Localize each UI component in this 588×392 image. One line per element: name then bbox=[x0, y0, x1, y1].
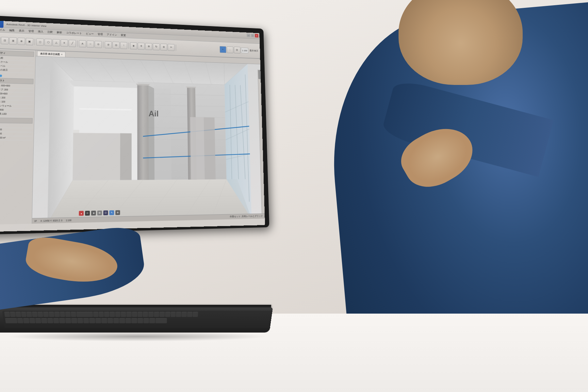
panel-dim-title: 寸法 bbox=[0, 118, 33, 123]
person-head bbox=[399, 0, 523, 85]
taskbar-icon-1[interactable]: ● bbox=[79, 211, 84, 216]
taskbar-icon-4[interactable]: ⊞ bbox=[97, 210, 102, 215]
viewport-tab-3d[interactable]: 表示用 表示立体図 × bbox=[37, 51, 65, 57]
menu-edit[interactable]: 編集 bbox=[8, 28, 16, 32]
viewport-3d[interactable]: Ail bbox=[32, 56, 265, 224]
tool-trim[interactable]: ✂ bbox=[168, 44, 174, 51]
separator-5 bbox=[176, 44, 176, 51]
menu-view[interactable]: 表示 bbox=[18, 29, 25, 33]
laptop-screen: R Autodesk Revit - 3D Interior View — □ … bbox=[0, 21, 265, 232]
tool-floor[interactable]: ◻ bbox=[36, 39, 44, 46]
title-bar-text: Autodesk Revit - 3D Interior View bbox=[6, 23, 46, 28]
tool-zoom-fit[interactable]: ⊡ bbox=[234, 47, 240, 54]
tab-close-icon[interactable]: × bbox=[61, 53, 62, 56]
room-3d-svg: Ail bbox=[32, 56, 265, 224]
tool-move[interactable]: ✛ bbox=[138, 43, 144, 50]
tool-rotate[interactable]: ↻ bbox=[153, 43, 160, 50]
panel-properties: プロパティ 表示名称 表示スケール 詳細レベル パーツの表示 bbox=[0, 50, 34, 73]
counter bbox=[79, 109, 132, 133]
status-scale: 1:100 bbox=[66, 219, 71, 221]
dim-area[interactable]: 面積 48.00 m² bbox=[0, 136, 32, 140]
viewport-area[interactable]: 表示用 表示立体図 × bbox=[32, 50, 265, 224]
separator-4 bbox=[128, 42, 129, 49]
maximize-button[interactable]: □ bbox=[251, 34, 254, 37]
tool-copy[interactable]: ⊚ bbox=[145, 43, 152, 50]
menu-analyze[interactable]: 解析 bbox=[56, 30, 63, 35]
element-light[interactable]: 照明器具 LED bbox=[0, 112, 33, 117]
zoom-label: 選択/表示 bbox=[249, 49, 259, 52]
taskbar-icon-3[interactable]: ◈ bbox=[91, 211, 96, 216]
separator-1 bbox=[35, 39, 35, 45]
menu-manage2[interactable]: 管理 bbox=[97, 32, 104, 37]
tool-callout[interactable]: ◎ bbox=[112, 41, 120, 49]
zoom-level[interactable]: 1:100 bbox=[241, 48, 248, 54]
tool-column[interactable]: ▣ bbox=[26, 38, 34, 45]
status-coordinates: X: 12450 Y: 8320 Z: 0 bbox=[41, 219, 62, 222]
tool-dimension[interactable]: ↔ bbox=[87, 41, 94, 48]
tool-stairs[interactable]: ≡ bbox=[60, 40, 68, 47]
status-workset: 作業セット: 共有レベルとグリッド bbox=[230, 215, 263, 218]
column-center bbox=[137, 85, 149, 180]
dim-width[interactable]: 幅 8000 bbox=[0, 124, 32, 128]
tool-wall[interactable]: ▤ bbox=[0, 37, 0, 44]
viewport-label: Ail bbox=[149, 109, 159, 118]
scrollbar-thumb[interactable] bbox=[258, 70, 261, 79]
main-content: プロパティ 表示名称 表示スケール 詳細レベル パーツの表示 要素リスト 構造柱… bbox=[0, 49, 265, 225]
separator-3 bbox=[103, 41, 103, 48]
tool-door[interactable]: ⊡ bbox=[1, 37, 8, 44]
tool-tag[interactable]: ⊙ bbox=[95, 41, 102, 48]
tool-window[interactable]: ⊞ bbox=[9, 37, 17, 45]
tool-elevation[interactable]: ↑ bbox=[120, 42, 127, 49]
svg-marker-29 bbox=[120, 130, 132, 180]
tool-ceiling[interactable]: ⬡ bbox=[44, 39, 52, 46]
menu-insert[interactable]: 挿入 bbox=[37, 29, 44, 34]
tool-section[interactable]: ⊘ bbox=[105, 41, 112, 48]
taskbar-icon-5[interactable]: ⊡ bbox=[103, 210, 108, 215]
panel-elements: 要素リスト 構造柱: 600×600 床 スラブ: 200 天井: 600×60… bbox=[0, 78, 34, 117]
tool-component[interactable]: ⊕ bbox=[17, 38, 25, 45]
status-level: 1F bbox=[34, 220, 37, 222]
menu-view2[interactable]: ビュー bbox=[85, 32, 95, 36]
tool-ramp[interactable]: ╱ bbox=[69, 40, 76, 47]
taskbar-icons: ● ⊙ ◈ ⊞ ⊡ ✎ ⊗ bbox=[77, 209, 121, 216]
laptop-shadow bbox=[7, 332, 268, 341]
minimize-button[interactable]: — bbox=[247, 33, 250, 37]
tool-align[interactable]: ◈ bbox=[130, 42, 137, 50]
tool-zoom-in[interactable]: + bbox=[220, 46, 226, 53]
tool-roof[interactable]: △ bbox=[53, 39, 60, 47]
left-panel: プロパティ 表示名称 表示スケール 詳細レベル パーツの表示 要素リスト 構造柱… bbox=[0, 49, 36, 225]
taskbar-icon-7[interactable]: ⊗ bbox=[115, 210, 120, 215]
tool-zoom-out[interactable]: - bbox=[227, 46, 233, 53]
dim-depth[interactable]: 奥行 6000 bbox=[0, 128, 32, 132]
menu-modify[interactable]: 変更 bbox=[120, 33, 127, 37]
app-logo: R bbox=[0, 21, 4, 28]
panel-elements-title: 要素リスト bbox=[0, 78, 34, 84]
separator-2 bbox=[77, 41, 77, 47]
cad-software-ui: R Autodesk Revit - 3D Interior View — □ … bbox=[0, 21, 265, 232]
laptop-keyboard bbox=[2, 311, 272, 328]
svg-marker-39 bbox=[190, 117, 205, 179]
tool-mirror[interactable]: ⊜ bbox=[160, 43, 167, 51]
close-button[interactable]: × bbox=[255, 34, 258, 37]
dim-height[interactable]: 高さ 2800 bbox=[0, 132, 32, 137]
reception-desk-back bbox=[73, 133, 120, 181]
svg-marker-26 bbox=[149, 85, 155, 180]
panel-dimensions: 寸法 幅 8000 奥行 6000 高さ 2800 面積 48.00 m² bbox=[0, 118, 33, 140]
menu-annotate[interactable]: 注釈 bbox=[46, 30, 54, 34]
panel-properties-title: プロパティ bbox=[0, 50, 34, 57]
taskbar-icon-2[interactable]: ⊙ bbox=[85, 211, 90, 216]
menu-collaborate[interactable]: コラボレート bbox=[65, 31, 83, 35]
scene: R Autodesk Revit - 3D Interior View — □ … bbox=[0, 0, 588, 392]
window-controls[interactable]: — □ × bbox=[247, 33, 258, 38]
tab-label: 表示用 表示立体図 bbox=[40, 52, 60, 56]
menu-manage[interactable]: 管理 bbox=[27, 29, 35, 33]
color-swatch-3[interactable] bbox=[0, 74, 2, 77]
menu-file[interactable]: ファイル bbox=[0, 27, 6, 32]
menu-addins[interactable]: アドイン bbox=[106, 33, 118, 37]
tool-text[interactable]: A bbox=[79, 40, 86, 47]
taskbar-icon-6[interactable]: ✎ bbox=[109, 210, 114, 215]
